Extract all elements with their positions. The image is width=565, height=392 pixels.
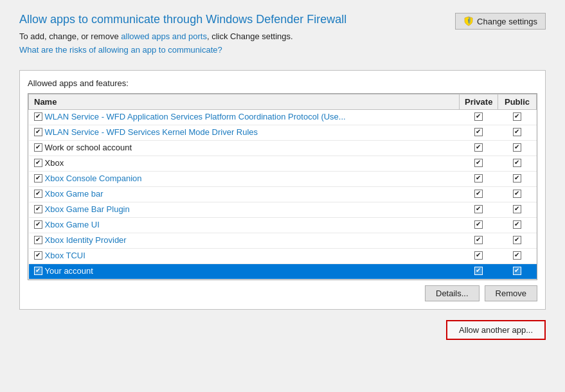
app-name-label: Work or school account: [45, 143, 132, 152]
col-header-name: Name: [29, 94, 460, 110]
row-checkbox-icon[interactable]: [34, 112, 42, 121]
table-row[interactable]: Your account: [29, 264, 537, 280]
private-checkbox-icon[interactable]: [474, 128, 483, 136]
allowed-apps-link[interactable]: allowed apps and ports: [121, 31, 207, 41]
public-checkbox-cell[interactable]: [498, 110, 537, 125]
shield-icon: !: [463, 16, 474, 26]
app-name-label: Xbox Identity Provider: [45, 235, 127, 245]
public-checkbox-cell[interactable]: [498, 172, 537, 187]
app-name-cell: WLAN Service - WFD Application Services …: [29, 110, 460, 125]
allow-another-app-button[interactable]: Allow another app...: [446, 320, 546, 340]
row-checkbox-icon[interactable]: [34, 143, 42, 152]
row-checkbox-icon[interactable]: [34, 159, 42, 167]
private-checkbox-cell[interactable]: [460, 125, 498, 141]
public-checkbox-cell[interactable]: [498, 187, 537, 202]
apps-table-body: WLAN Service - WFD Application Services …: [29, 110, 537, 280]
table-row[interactable]: Xbox Game UI: [29, 218, 537, 233]
private-checkbox-cell[interactable]: [460, 264, 498, 280]
table-row[interactable]: Xbox Game Bar Plugin: [29, 202, 537, 218]
table-row[interactable]: Xbox TCUI: [29, 249, 537, 264]
allowed-apps-panel: Allowed apps and features: Name Private …: [19, 70, 546, 310]
public-checkbox-icon[interactable]: [513, 143, 521, 152]
app-name-cell: Xbox Console Companion: [29, 172, 460, 187]
apps-table-container[interactable]: Name Private Public WLAN Service - WFD A…: [28, 93, 537, 280]
header-left: Allow apps to communicate through Window…: [19, 13, 346, 64]
private-checkbox-cell[interactable]: [460, 172, 498, 187]
app-name-cell: Xbox Game Bar Plugin: [29, 202, 460, 218]
app-name-label: Xbox TCUI: [45, 251, 85, 260]
app-name-cell: Work or school account: [29, 141, 460, 156]
public-checkbox-icon[interactable]: [513, 205, 521, 213]
table-row[interactable]: WLAN Service - WFD Services Kernel Mode …: [29, 125, 537, 141]
table-row[interactable]: Xbox Game bar: [29, 187, 537, 202]
app-name-cell: Xbox TCUI: [29, 249, 460, 264]
public-checkbox-cell[interactable]: [498, 249, 537, 264]
private-checkbox-cell[interactable]: [460, 233, 498, 249]
private-checkbox-cell[interactable]: [460, 110, 498, 125]
private-checkbox-cell[interactable]: [460, 141, 498, 156]
public-checkbox-cell[interactable]: [498, 202, 537, 218]
app-name-label: Xbox Game UI: [45, 220, 100, 229]
public-checkbox-icon[interactable]: [513, 267, 521, 275]
row-checkbox-icon[interactable]: [34, 128, 42, 136]
public-checkbox-icon[interactable]: [513, 174, 521, 183]
col-header-private: Private: [460, 94, 498, 110]
table-buttons-row: Details... Remove: [28, 285, 537, 301]
private-checkbox-icon[interactable]: [474, 267, 483, 275]
public-checkbox-icon[interactable]: [513, 236, 521, 244]
private-checkbox-icon[interactable]: [474, 220, 483, 229]
public-checkbox-icon[interactable]: [513, 190, 521, 198]
row-checkbox-icon[interactable]: [34, 251, 42, 260]
public-checkbox-cell[interactable]: [498, 233, 537, 249]
public-checkbox-icon[interactable]: [513, 112, 521, 121]
table-row[interactable]: Xbox Console Companion: [29, 172, 537, 187]
help-link[interactable]: What are the risks of allowing an app to…: [19, 45, 222, 55]
app-name-label: Xbox: [45, 158, 64, 168]
page-title: Allow apps to communicate through Window…: [19, 13, 346, 26]
public-checkbox-cell[interactable]: [498, 156, 537, 172]
private-checkbox-icon[interactable]: [474, 112, 483, 121]
row-checkbox-icon[interactable]: [34, 220, 42, 229]
bottom-row: Allow another app...: [19, 320, 546, 340]
svg-text:!: !: [468, 19, 469, 23]
table-row[interactable]: Work or school account: [29, 141, 537, 156]
private-checkbox-icon[interactable]: [474, 143, 483, 152]
public-checkbox-icon[interactable]: [513, 128, 521, 136]
table-row[interactable]: Xbox: [29, 156, 537, 172]
table-row[interactable]: WLAN Service - WFD Application Services …: [29, 110, 537, 125]
private-checkbox-cell[interactable]: [460, 249, 498, 264]
row-checkbox-icon[interactable]: [34, 174, 42, 183]
private-checkbox-icon[interactable]: [474, 159, 483, 167]
private-checkbox-cell[interactable]: [460, 187, 498, 202]
public-checkbox-icon[interactable]: [513, 220, 521, 229]
private-checkbox-cell[interactable]: [460, 202, 498, 218]
app-name-label: WLAN Service - WFD Application Services …: [45, 112, 346, 121]
row-checkbox-icon[interactable]: [34, 205, 42, 213]
row-checkbox-icon[interactable]: [34, 236, 42, 244]
private-checkbox-icon[interactable]: [474, 190, 483, 198]
app-name-cell: Xbox: [29, 156, 460, 172]
header-row: Allow apps to communicate through Window…: [19, 13, 546, 64]
details-button[interactable]: Details...: [425, 285, 480, 301]
private-checkbox-cell[interactable]: [460, 156, 498, 172]
change-settings-button[interactable]: ! Change settings: [455, 13, 546, 30]
row-checkbox-icon[interactable]: [34, 190, 42, 198]
remove-button[interactable]: Remove: [485, 285, 537, 301]
private-checkbox-cell[interactable]: [460, 218, 498, 233]
public-checkbox-cell[interactable]: [498, 218, 537, 233]
public-checkbox-icon[interactable]: [513, 159, 521, 167]
private-checkbox-icon[interactable]: [474, 174, 483, 183]
app-name-cell: Your account: [29, 264, 460, 280]
table-row[interactable]: Xbox Identity Provider: [29, 233, 537, 249]
app-name-cell: WLAN Service - WFD Services Kernel Mode …: [29, 125, 460, 141]
apps-table: Name Private Public WLAN Service - WFD A…: [28, 94, 537, 280]
public-checkbox-cell[interactable]: [498, 141, 537, 156]
row-checkbox-icon[interactable]: [34, 267, 42, 275]
public-checkbox-icon[interactable]: [513, 251, 521, 260]
private-checkbox-icon[interactable]: [474, 205, 483, 213]
private-checkbox-icon[interactable]: [474, 251, 483, 260]
private-checkbox-icon[interactable]: [474, 236, 483, 244]
public-checkbox-cell[interactable]: [498, 264, 537, 280]
app-name-cell: Xbox Identity Provider: [29, 233, 460, 249]
public-checkbox-cell[interactable]: [498, 125, 537, 141]
